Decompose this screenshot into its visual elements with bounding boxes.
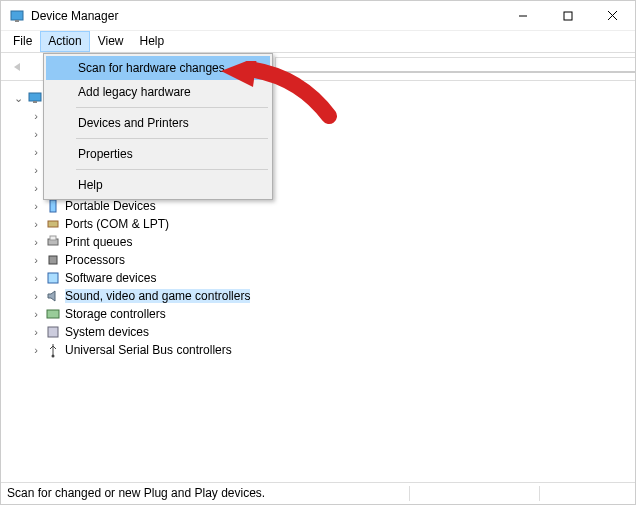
- status-bar: Scan for changed or new Plug and Play de…: [1, 482, 635, 504]
- cpu-icon: [45, 252, 61, 268]
- printer-icon: [45, 234, 61, 250]
- app-icon: [9, 8, 25, 24]
- menu-separator: [76, 169, 268, 170]
- expand-icon[interactable]: ›: [29, 182, 43, 194]
- expand-icon[interactable]: ›: [29, 290, 43, 302]
- svg-rect-20: [48, 273, 58, 283]
- tree-item[interactable]: ›Ports (COM & LPT): [11, 215, 631, 233]
- storage-icon: [45, 306, 61, 322]
- window-controls: [500, 1, 635, 31]
- menu-help[interactable]: Help: [46, 173, 270, 197]
- expand-icon[interactable]: ›: [29, 128, 43, 140]
- svg-point-23: [52, 355, 55, 358]
- svg-rect-0: [11, 11, 23, 20]
- tree-item[interactable]: ›Sound, video and game controllers: [11, 287, 631, 305]
- svg-rect-6: [29, 93, 41, 101]
- sound-icon: [45, 288, 61, 304]
- expand-icon[interactable]: ›: [29, 344, 43, 356]
- tree-item[interactable]: ›Software devices: [11, 269, 631, 287]
- expand-icon[interactable]: ›: [29, 110, 43, 122]
- minimize-button[interactable]: [500, 1, 545, 31]
- tree-item[interactable]: ›Processors: [11, 251, 631, 269]
- back-button[interactable]: [7, 56, 29, 78]
- tree-item-label: Storage controllers: [65, 307, 166, 321]
- system-icon: [45, 324, 61, 340]
- menu-action[interactable]: Action: [40, 31, 89, 52]
- menu-scan-hardware-changes[interactable]: Scan for hardware changes: [46, 56, 270, 80]
- computer-icon: [27, 90, 43, 106]
- tree-item-label: Software devices: [65, 271, 156, 285]
- menu-help[interactable]: Help: [132, 31, 173, 52]
- tree-item[interactable]: ›Universal Serial Bus controllers: [11, 341, 631, 359]
- expand-icon[interactable]: ›: [29, 200, 43, 212]
- svg-rect-1: [15, 20, 19, 22]
- svg-rect-22: [48, 327, 58, 337]
- menu-separator: [76, 107, 268, 108]
- status-cell: [539, 486, 629, 501]
- menu-properties[interactable]: Properties: [46, 142, 270, 166]
- expand-icon[interactable]: ›: [29, 164, 43, 176]
- menu-devices-and-printers[interactable]: Devices and Printers: [46, 111, 270, 135]
- tree-item[interactable]: ›System devices: [11, 323, 631, 341]
- tree-item-label: Sound, video and game controllers: [65, 289, 250, 303]
- expand-icon[interactable]: ›: [29, 254, 43, 266]
- action-dropdown: Scan for hardware changes Add legacy har…: [43, 53, 273, 200]
- expand-icon[interactable]: ›: [29, 308, 43, 320]
- toolbar-spacer: [275, 57, 635, 73]
- tree-item-label: Print queues: [65, 235, 132, 249]
- expand-icon[interactable]: ›: [29, 272, 43, 284]
- tree-item-label: Universal Serial Bus controllers: [65, 343, 232, 357]
- tree-item[interactable]: ›Storage controllers: [11, 305, 631, 323]
- svg-rect-16: [48, 221, 58, 227]
- menu-file[interactable]: File: [5, 31, 40, 52]
- expand-icon[interactable]: ›: [29, 326, 43, 338]
- software-icon: [45, 270, 61, 286]
- maximize-button[interactable]: [545, 1, 590, 31]
- expand-icon[interactable]: ›: [29, 146, 43, 158]
- status-text: Scan for changed or new Plug and Play de…: [7, 486, 409, 501]
- title-bar: Device Manager: [1, 1, 635, 31]
- svg-rect-15: [50, 200, 56, 212]
- expand-icon[interactable]: ›: [29, 218, 43, 230]
- svg-rect-18: [50, 236, 56, 240]
- status-cell: [409, 486, 539, 501]
- tree-item-label: Portable Devices: [65, 199, 156, 213]
- tree-item-label: Processors: [65, 253, 125, 267]
- tree-item-label: System devices: [65, 325, 149, 339]
- portable-icon: [45, 198, 61, 214]
- svg-rect-19: [49, 256, 57, 264]
- collapse-icon[interactable]: ⌄: [11, 92, 25, 105]
- expand-icon[interactable]: ›: [29, 236, 43, 248]
- close-button[interactable]: [590, 1, 635, 31]
- menu-bar: File Action View Help: [1, 31, 635, 53]
- ports-icon: [45, 216, 61, 232]
- menu-view[interactable]: View: [90, 31, 132, 52]
- svg-rect-7: [33, 101, 37, 103]
- svg-rect-3: [564, 12, 572, 20]
- usb-icon: [45, 342, 61, 358]
- svg-rect-21: [47, 310, 59, 318]
- menu-add-legacy-hardware[interactable]: Add legacy hardware: [46, 80, 270, 104]
- tree-item-label: Ports (COM & LPT): [65, 217, 169, 231]
- window-title: Device Manager: [31, 9, 500, 23]
- tree-item[interactable]: ›Print queues: [11, 233, 631, 251]
- menu-separator: [76, 138, 268, 139]
